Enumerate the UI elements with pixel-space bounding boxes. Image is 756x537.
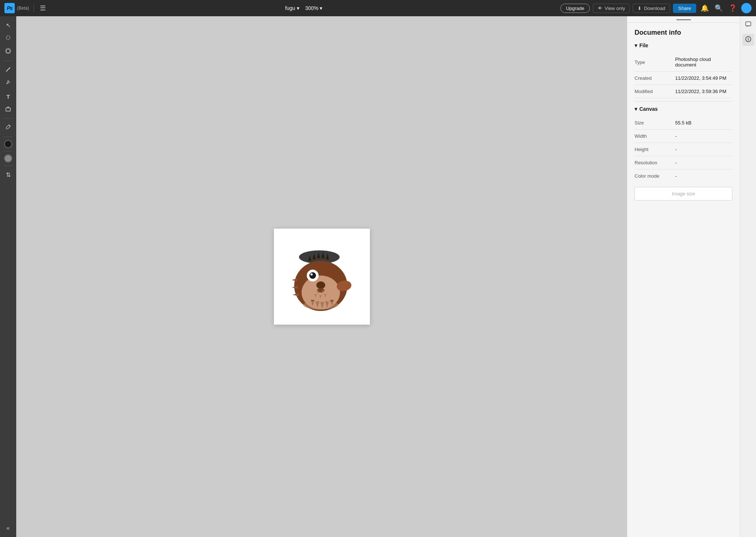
eyedropper-tool-button[interactable]	[2, 122, 14, 134]
fugu-artwork	[279, 234, 364, 319]
eyedropper-icon	[5, 124, 11, 131]
collapse-toolbar-button[interactable]: «	[2, 522, 14, 534]
panel-title: Document info	[635, 29, 732, 37]
resolution-value: -	[675, 160, 677, 165]
type-label: Type	[635, 59, 675, 65]
toolbar-separator-5	[4, 165, 13, 166]
svg-point-22	[316, 281, 325, 289]
text-tool-button[interactable]: T	[2, 90, 14, 102]
height-value: -	[675, 147, 677, 152]
select-tool-button[interactable]: ↖	[2, 19, 14, 31]
brush-tool-button[interactable]	[2, 64, 14, 76]
section-divider	[635, 101, 732, 102]
width-label: Width	[635, 133, 675, 139]
color-mode-value: -	[675, 173, 677, 179]
lasso-icon	[5, 35, 11, 42]
svg-point-7	[8, 81, 9, 82]
pen-tool-button[interactable]	[2, 77, 14, 89]
width-value: -	[675, 133, 677, 139]
upgrade-button[interactable]: Upgrade	[560, 4, 590, 13]
avatar[interactable]	[741, 3, 752, 13]
app-logo: Ps (Beta)	[4, 3, 29, 13]
filename-label: fugu	[285, 5, 295, 11]
svg-point-9	[9, 125, 10, 126]
svg-point-20	[309, 272, 316, 279]
svg-rect-6	[6, 71, 7, 72]
swap-colors-button[interactable]: ⇅	[2, 169, 14, 181]
swap-icon: ⇅	[6, 171, 11, 178]
modified-label: Modified	[635, 89, 675, 94]
lasso-tool-button[interactable]	[2, 33, 14, 44]
right-panel: Document info ▾ File Type Photoshop clou…	[627, 16, 740, 537]
topbar: Ps (Beta) ☰ fugu 300% Upgrade 👁 View onl…	[0, 0, 756, 16]
type-row: Type Photoshop cloud document	[635, 53, 732, 72]
file-chevron-icon: ▾	[635, 42, 637, 48]
comment-button[interactable]	[742, 19, 754, 31]
shape-icon	[5, 106, 11, 113]
foreground-color-swatch[interactable]	[4, 140, 12, 148]
shape-tool-button[interactable]	[2, 104, 14, 116]
transform-icon	[5, 48, 11, 55]
brush-icon	[5, 66, 11, 73]
svg-point-0	[6, 36, 10, 40]
download-label: Download	[644, 6, 665, 11]
help-button[interactable]: ❓	[727, 3, 738, 14]
created-label: Created	[635, 75, 675, 81]
eye-icon: 👁	[598, 6, 602, 11]
svg-point-21	[310, 273, 313, 276]
share-button[interactable]: Share	[673, 4, 696, 13]
search-button[interactable]: 🔍	[713, 3, 724, 14]
background-color-swatch[interactable]	[4, 154, 12, 163]
size-label: Size	[635, 120, 675, 126]
pen-icon	[5, 79, 11, 87]
filename-chevron-icon	[297, 5, 299, 11]
text-icon: T	[6, 93, 10, 100]
color-mode-row: Color mode -	[635, 170, 732, 182]
comment-icon	[745, 21, 752, 29]
zoom-chevron-icon	[320, 5, 322, 11]
left-toolbar: ↖	[0, 16, 16, 537]
view-only-button[interactable]: 👁 View only	[593, 4, 630, 13]
toolbar-separator	[4, 61, 13, 61]
svg-rect-1	[6, 49, 10, 53]
toolbar-separator-3	[4, 137, 13, 137]
zoom-button[interactable]: 300%	[305, 5, 323, 11]
select-icon: ↖	[6, 22, 11, 29]
info-button[interactable]: i	[742, 34, 754, 46]
view-only-label: View only	[605, 6, 625, 11]
topbar-center: fugu 300%	[50, 5, 558, 11]
height-label: Height	[635, 147, 675, 152]
color-mode-label: Color mode	[635, 173, 675, 179]
size-row: Size 55.5 kB	[635, 116, 732, 130]
created-value: 11/22/2022, 3:54:49 PM	[675, 75, 726, 81]
beta-label: (Beta)	[17, 6, 29, 11]
height-row: Height -	[635, 143, 732, 156]
toolbar-separator-2	[4, 119, 13, 119]
artwork-canvas	[274, 229, 370, 325]
transform-tool-button[interactable]	[2, 46, 14, 58]
right-icon-bar: i	[740, 16, 756, 537]
download-icon: ⬇	[638, 6, 642, 11]
download-button[interactable]: ⬇ Download	[633, 4, 670, 13]
panel-tabs	[627, 16, 740, 23]
image-size-button[interactable]: Image size	[635, 187, 732, 201]
modified-row: Modified 11/22/2022, 3:59:36 PM	[635, 85, 732, 98]
hamburger-button[interactable]: ☰	[38, 3, 47, 14]
resolution-label: Resolution	[635, 160, 675, 165]
resolution-row: Resolution -	[635, 156, 732, 170]
canvas-chevron-icon: ▾	[635, 106, 637, 112]
zoom-label: 300%	[305, 5, 319, 11]
canvas-area	[16, 16, 627, 537]
svg-marker-29	[292, 278, 297, 281]
width-row: Width -	[635, 130, 732, 143]
ps-icon: Ps	[4, 3, 15, 13]
toolbar-separator-4	[4, 151, 13, 151]
type-value: Photoshop cloud document	[675, 57, 732, 68]
bell-icon: 🔔	[701, 4, 709, 12]
notifications-button[interactable]: 🔔	[699, 3, 710, 14]
filename-button[interactable]: fugu	[285, 5, 299, 11]
svg-point-37	[303, 301, 339, 309]
canvas-section-header: ▾ Canvas	[635, 106, 732, 112]
help-icon: ❓	[729, 4, 737, 12]
svg-marker-31	[292, 293, 299, 296]
